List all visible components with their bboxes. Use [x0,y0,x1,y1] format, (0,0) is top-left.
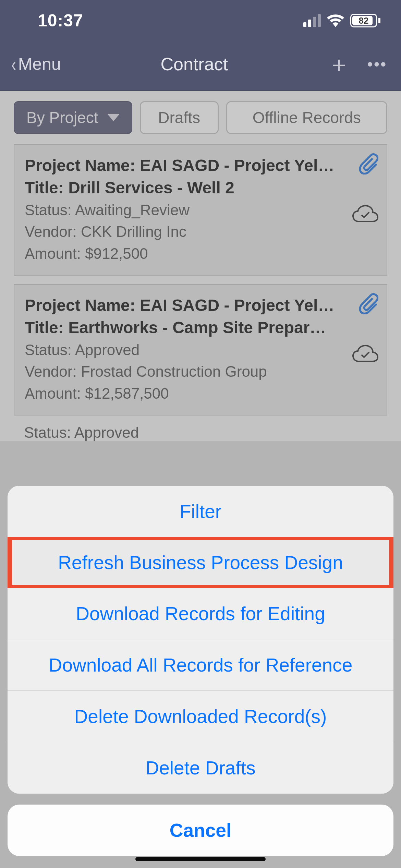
wifi-icon [327,14,344,27]
sheet-refresh-bp-design[interactable]: Refresh Business Process Design [8,537,393,588]
offline-records-button[interactable]: Offline Records [226,101,387,134]
attachment-icon[interactable] [359,293,378,314]
chevron-left-icon: ‹ [11,53,16,75]
record-status: Status: Awaiting_Review [25,199,376,221]
nav-actions: ＋ ••• [328,53,387,75]
record-status: Status: Approved [25,339,376,361]
status-time: 10:37 [38,11,83,31]
record-project: Project Name: EAI SAGD - Project Yel… [25,294,376,317]
offline-label: Offline Records [253,108,361,127]
cellular-signal-icon [303,14,321,27]
partial-row-text: Status: Approved [14,424,387,441]
record-list: Project Name: EAI SAGD - Project Yel… Ti… [0,144,401,441]
chevron-down-icon [107,114,120,121]
sheet-download-reference[interactable]: Download All Records for Reference [8,639,393,691]
back-label: Menu [18,54,61,74]
page-title: Contract [61,54,328,74]
sheet-filter[interactable]: Filter [8,486,393,537]
battery-indicator: 82 [350,14,380,27]
cloud-check-icon [352,345,379,364]
attachment-icon[interactable] [359,153,378,174]
record-amount: Amount: $12,587,500 [25,383,376,405]
record-card[interactable]: Project Name: EAI SAGD - Project Yel… Ti… [14,144,387,276]
drafts-label: Drafts [158,108,200,127]
drafts-button[interactable]: Drafts [140,101,219,134]
back-button[interactable]: ‹ Menu [10,53,61,75]
status-right: 82 [303,14,380,27]
record-card[interactable]: Project Name: EAI SAGD - Project Yel… Ti… [14,284,387,415]
sheet-cancel[interactable]: Cancel [8,805,393,856]
more-button[interactable]: ••• [367,56,387,73]
record-vendor: Vendor: Frostad Construction Group [25,361,376,383]
action-sheet: Filter Refresh Business Process Design D… [8,486,393,856]
record-title: Title: Earthworks - Camp Site Prepar… [25,317,376,339]
sheet-download-editing[interactable]: Download Records for Editing [8,588,393,639]
sheet-delete-drafts[interactable]: Delete Drafts [8,742,393,794]
record-amount: Amount: $912,500 [25,243,376,265]
record-vendor: Vendor: CKK Drilling Inc [25,221,376,243]
home-indicator[interactable] [135,857,266,861]
action-sheet-group: Filter Refresh Business Process Design D… [8,486,393,794]
battery-percent: 82 [359,15,369,26]
view-selector-label: By Project [26,108,98,127]
sheet-delete-downloaded[interactable]: Delete Downloaded Record(s) [8,691,393,742]
view-selector[interactable]: By Project [14,101,132,134]
cloud-check-icon [352,205,379,224]
add-button[interactable]: ＋ [328,53,350,75]
filter-row: By Project Drafts Offline Records [0,91,401,144]
record-title: Title: Drill Services - Well 2 [25,177,376,199]
status-bar: 10:37 82 [0,0,401,41]
record-project: Project Name: EAI SAGD - Project Yel… [25,155,376,177]
navigation-bar: ‹ Menu Contract ＋ ••• [0,41,401,91]
